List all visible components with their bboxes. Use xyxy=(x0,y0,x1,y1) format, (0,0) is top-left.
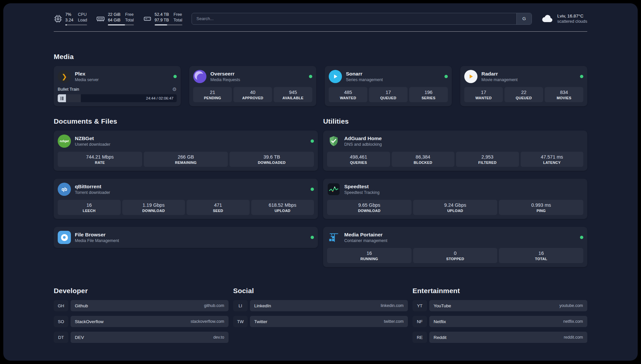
status-dot xyxy=(311,139,314,143)
search-bar: G xyxy=(192,13,532,25)
stat-tile: 22 QUEUED xyxy=(504,87,543,102)
stat-value: 16 xyxy=(328,251,410,256)
service-card-plex[interactable]: ❯ Plex Media server Bullet Train ⚙ 24:44… xyxy=(54,66,181,106)
stat-tile: 744.21 Mbps RATE xyxy=(58,152,142,167)
resource-disk: 52.4 TB 97.9 TB Free Total xyxy=(143,12,182,25)
stat-value: 16 xyxy=(59,202,119,208)
bookmark-group-entertainment: Entertainment YT YouTube youtube.com NF … xyxy=(412,287,587,343)
stat-value: 17 xyxy=(370,90,406,95)
filebrowser-icon xyxy=(58,231,71,244)
qbittorrent-icon: qb xyxy=(58,183,71,196)
nzbget-icon: nzbget xyxy=(58,135,71,148)
service-description: Media Requests xyxy=(210,77,240,82)
stat-label: QUEUED xyxy=(370,96,406,100)
section-title-documents: Documents & Files xyxy=(54,117,318,125)
plex-glyph: ❯ xyxy=(62,73,67,80)
bookmark-dev[interactable]: DT DEV dev.to xyxy=(54,332,229,343)
bookmark-reddit[interactable]: RE Reddit reddit.com xyxy=(412,332,587,343)
stat-label: DOWNLOAD xyxy=(124,209,184,213)
stat-tile: 47.571 ms LATENCY xyxy=(521,152,584,167)
bookmark-url: reddit.com xyxy=(564,335,583,340)
gear-icon[interactable]: ⚙ xyxy=(172,87,177,92)
pause-button[interactable] xyxy=(58,94,66,102)
service-card-adguard[interactable]: AdGuard Home DNS and adblocking 498,461 … xyxy=(323,131,587,171)
bookmarks: Developer GH Github github.com SO StackO… xyxy=(54,287,587,356)
service-card-speedtest[interactable]: Speedtest Speedtest Tracking 9.65 Gbps D… xyxy=(323,179,587,219)
portainer-icon xyxy=(327,231,340,244)
stat-label: WANTED xyxy=(330,96,366,100)
service-description: Series management xyxy=(346,77,383,82)
service-name: Sonarr xyxy=(346,71,383,77)
overseerr-icon xyxy=(193,70,206,83)
bookmark-github[interactable]: GH Github github.com xyxy=(54,300,229,311)
stat-label: PENDING xyxy=(195,96,230,100)
status-dot xyxy=(309,75,312,78)
stat-value: 21 xyxy=(195,90,230,95)
bookmark-group-social: Social LI LinkedIn linkedin.com TW Twitt… xyxy=(233,287,408,343)
search-provider-button[interactable]: G xyxy=(516,13,532,24)
service-card-radarr[interactable]: Radarr Movie management 17 WANTED 22 QUE… xyxy=(460,66,587,106)
bookmark-bar: LinkedIn linkedin.com xyxy=(250,300,408,311)
bookmark-url: netflix.com xyxy=(563,319,583,324)
stat-label: QUEUED xyxy=(506,96,542,100)
stat-tile: 618.52 Mbps UPLOAD xyxy=(251,200,314,215)
bookmark-netflix[interactable]: NF Netflix netflix.com xyxy=(412,316,587,327)
stat-label: LATENCY xyxy=(522,161,582,165)
service-card-nzbget[interactable]: nzbget NZBGet Usenet downloader 744.21 M… xyxy=(54,131,318,171)
section-title-developer: Developer xyxy=(54,287,229,295)
weather-location: Lviv, 16.87°C xyxy=(557,14,587,18)
service-description: Usenet downloader xyxy=(75,142,110,147)
stat-label: APPROVED xyxy=(235,96,271,100)
bookmark-name: Netflix xyxy=(434,319,446,324)
bookmark-stackoverflow[interactable]: SO StackOverflow stackoverflow.com xyxy=(54,316,229,327)
stat-value: 498,461 xyxy=(328,154,389,160)
resource-value: 22 GiB xyxy=(108,12,120,17)
bookmark-abbr: TW xyxy=(233,316,248,327)
service-name: Speedtest xyxy=(344,184,380,190)
search-input[interactable] xyxy=(192,13,516,24)
bookmark-url: dev.to xyxy=(213,335,224,340)
resource-value: 3.24 xyxy=(65,17,73,23)
memory-icon xyxy=(96,15,105,23)
stat-value: 2,953 xyxy=(457,154,518,160)
bookmark-bar: Github github.com xyxy=(71,300,229,311)
bookmark-url: twitter.com xyxy=(384,319,404,324)
stat-tile: 16 RUNNING xyxy=(327,248,412,263)
bookmark-twitter[interactable]: TW Twitter twitter.com xyxy=(233,316,408,327)
service-card-portainer[interactable]: Media Portainer Container management 16 … xyxy=(323,227,587,267)
stat-value: 266 GB xyxy=(145,154,227,160)
service-description: DNS and adblocking xyxy=(344,142,382,147)
now-playing-title: Bullet Train xyxy=(58,87,79,92)
stat-value: 47.571 ms xyxy=(522,154,582,160)
stat-value: 945 xyxy=(275,90,311,95)
stat-tile: 16 TOTAL xyxy=(499,248,583,263)
bookmark-linkedin[interactable]: LI LinkedIn linkedin.com xyxy=(233,300,408,311)
service-card-qbittorrent[interactable]: qb qBittorrent Torrent downloader 16 LEE… xyxy=(54,179,318,219)
plex-icon: ❯ xyxy=(58,70,71,83)
stat-value: 16 xyxy=(500,251,582,256)
service-name: qBittorrent xyxy=(75,184,110,190)
stat-tile: 16 LEECH xyxy=(58,200,121,215)
cloud-icon xyxy=(541,14,554,24)
stat-tile: 9.65 Gbps DOWNLOAD xyxy=(327,200,412,215)
cpu-usage-bar xyxy=(65,24,87,25)
service-card-filebrowser[interactable]: File Browser Media File Management xyxy=(54,227,318,248)
stat-value: 618.52 Mbps xyxy=(253,202,313,208)
service-name: File Browser xyxy=(75,232,119,238)
bookmark-youtube[interactable]: YT YouTube youtube.com xyxy=(412,300,587,311)
stat-tile: 9.24 Gbps UPLOAD xyxy=(413,200,498,215)
status-dot xyxy=(173,75,177,78)
stat-value: 9.24 Gbps xyxy=(414,202,496,208)
bookmark-bar: YouTube youtube.com xyxy=(429,300,587,311)
stat-value: 1.19 Gbps xyxy=(124,202,184,208)
service-card-sonarr[interactable]: Sonarr Series management 485 WANTED 17 Q… xyxy=(325,66,452,106)
status-dot xyxy=(311,188,314,191)
weather-widget: Lviv, 16.87°C scattered clouds xyxy=(541,14,587,24)
bookmark-bar: StackOverflow stackoverflow.com xyxy=(71,316,229,327)
bookmark-url: github.com xyxy=(204,303,224,308)
resource-label: Total xyxy=(125,17,134,23)
stat-label: FILTERED xyxy=(457,161,518,165)
service-card-overseerr[interactable]: Overseerr Media Requests 21 PENDING 40 A… xyxy=(189,66,316,106)
service-name: Radarr xyxy=(481,71,518,77)
resource-label: Free xyxy=(125,12,134,17)
